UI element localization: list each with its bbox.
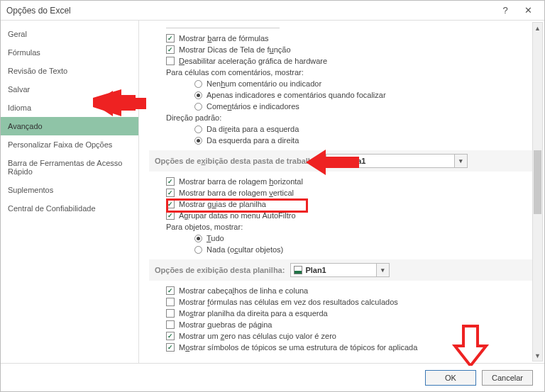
option-sheet-tabs[interactable]: Mostrar guias de planilha [149, 198, 534, 210]
option-autofilter-dates[interactable]: Agrupar datas no menu AutoFiltro [149, 210, 534, 221]
option-label: Comentários e indicadores [207, 102, 299, 111]
category-sidebar: Geral Fórmulas Revisão de Texto Salvar I… [1, 21, 139, 363]
option-objects-all[interactable]: Tudo [149, 233, 534, 244]
radio-icon[interactable] [194, 125, 202, 133]
checkbox-icon[interactable] [166, 34, 175, 43]
option-page-breaks[interactable]: Mostrar quebras de página [149, 319, 534, 330]
option-label: Mostrar barra de rolagem horizontal [179, 177, 303, 186]
sidebar-item-revisao[interactable]: Revisão de Texto [1, 62, 138, 80]
option-comments-none[interactable]: Nenhum comentário ou indicador [149, 78, 534, 89]
section-sheet-display: Opções de exibição desta planilha: Plan1… [149, 259, 534, 281]
options-panel: Mostrar barra de fórmulas Mostrar Dicas … [139, 21, 544, 363]
checkbox-icon[interactable] [166, 298, 175, 306]
option-label: Nada (ocultar objetos) [207, 245, 283, 254]
excel-file-icon: X [329, 157, 338, 165]
chevron-down-icon[interactable]: ▾ [454, 155, 467, 167]
checkbox-icon[interactable] [166, 189, 175, 197]
scroll-down-icon[interactable]: ▼ [533, 350, 542, 361]
option-show-zero[interactable]: Mostrar um zero nas células cujo valor é… [149, 330, 534, 342]
option-label: Mostrar guias de planilha [179, 200, 266, 208]
option-label: Desabilitar aceleração gráfica de hardwa… [179, 57, 327, 65]
option-direction-ltr[interactable]: Da esquerda para a direita [149, 135, 534, 146]
option-sheet-rtl[interactable]: Mostrar planilha da direita para a esque… [149, 308, 534, 319]
cancel-button[interactable]: Cancelar [482, 370, 533, 386]
dropdown-value: Plan1 [294, 266, 331, 274]
option-label: Agrupar datas no menu AutoFiltro [179, 211, 296, 220]
scroll-up-icon[interactable]: ▲ [533, 23, 542, 33]
window-title: Opções do Excel [6, 6, 493, 16]
checkbox-icon[interactable] [166, 286, 175, 295]
option-row-col-headers[interactable]: Mostrar cabeçalhos de linha e coluna [149, 285, 534, 296]
section-label: Opções de exibição desta pasta de trabal… [155, 157, 320, 165]
option-label: Mostrar barra de rolagem vertical [179, 189, 294, 197]
option-label: Da esquerda para a direita [207, 136, 299, 145]
checkbox-icon[interactable] [166, 57, 175, 65]
option-label: Da direita para a esquerda [207, 125, 299, 133]
chevron-down-icon[interactable]: ▾ [376, 264, 389, 276]
vertical-scrollbar[interactable]: ▲ ▼ [532, 22, 543, 362]
sheet-dropdown[interactable]: Plan1 ▾ [290, 263, 390, 277]
checkbox-icon[interactable] [166, 200, 175, 208]
scroll-thumb[interactable] [534, 150, 541, 214]
option-show-formulas[interactable]: Mostrar fórmulas nas células em vez dos … [149, 296, 534, 308]
direction-heading: Direção padrão: [149, 112, 534, 123]
option-comments-hover[interactable]: Apenas indicadores e comentários quando … [149, 89, 534, 101]
radio-icon[interactable] [194, 91, 202, 99]
sidebar-item-faixa[interactable]: Personalizar Faixa de Opções [1, 135, 138, 154]
option-label: Mostrar fórmulas nas células em vez dos … [179, 298, 398, 306]
option-label: Tudo [207, 234, 224, 242]
sidebar-item-salvar[interactable]: Salvar [1, 80, 138, 99]
option-label: Mostrar símbolos de tópicos se uma estru… [179, 343, 417, 352]
sidebar-item-confiabilidade[interactable]: Central de Confiabilidade [1, 199, 138, 218]
option-screen-tips[interactable]: Mostrar Dicas de Tela de função [149, 44, 534, 55]
sidebar-item-avancado[interactable]: Avançado [1, 117, 138, 135]
sidebar-item-formulas[interactable]: Fórmulas [1, 43, 138, 62]
checkbox-icon[interactable] [166, 332, 175, 340]
help-button[interactable]: ? [495, 4, 516, 18]
workbook-dropdown[interactable]: X Pasta1 ▾ [326, 154, 468, 168]
checkbox-icon[interactable] [166, 45, 175, 54]
sidebar-item-geral[interactable]: Geral [1, 25, 138, 43]
option-disable-hw-accel[interactable]: Desabilitar aceleração gráfica de hardwa… [149, 55, 534, 67]
section-workbook-display: Opções de exibição desta pasta de trabal… [149, 150, 534, 172]
dropdown-value: X Pasta1 [329, 157, 371, 165]
comments-heading: Para células com comentários, mostrar: [149, 67, 534, 78]
checkbox-icon[interactable] [166, 343, 175, 352]
close-button[interactable]: ✕ [517, 4, 539, 18]
sheet-icon [294, 266, 302, 274]
checkbox-icon[interactable] [166, 309, 175, 318]
section-label: Opções de exibição desta planilha: [155, 266, 285, 274]
option-h-scroll[interactable]: Mostrar barra de rolagem horizontal [149, 176, 534, 187]
sidebar-item-barra-acesso[interactable]: Barra de Ferramentas de Acesso Rápido [1, 154, 138, 181]
separator [166, 28, 280, 28]
sidebar-item-suplementos[interactable]: Suplementos [1, 181, 138, 199]
titlebar: Opções do Excel ? ✕ [1, 1, 544, 21]
option-comments-all[interactable]: Comentários e indicadores [149, 101, 534, 112]
option-outline-symbols[interactable]: Mostrar símbolos de tópicos se uma estru… [149, 342, 534, 353]
sidebar-item-idioma[interactable]: Idioma [1, 99, 138, 117]
option-label: Nenhum comentário ou indicador [207, 79, 321, 88]
checkbox-icon[interactable] [166, 211, 175, 220]
radio-icon[interactable] [194, 80, 202, 88]
radio-icon[interactable] [194, 235, 202, 242]
option-label: Mostrar Dicas de Tela de função [179, 45, 291, 54]
dialog-footer: OK Cancelar [1, 363, 544, 391]
radio-icon[interactable] [194, 137, 202, 145]
option-direction-rtl[interactable]: Da direita para a esquerda [149, 123, 534, 135]
option-label: Mostrar planilha da direita para a esque… [179, 309, 328, 318]
option-label: Apenas indicadores e comentários quando … [207, 91, 386, 99]
main-area: Geral Fórmulas Revisão de Texto Salvar I… [1, 21, 544, 363]
option-label: Mostrar um zero nas células cujo valor é… [179, 332, 336, 340]
option-formula-bar[interactable]: Mostrar barra de fórmulas [149, 33, 534, 44]
option-objects-none[interactable]: Nada (ocultar objetos) [149, 244, 534, 255]
ok-button[interactable]: OK [425, 370, 476, 386]
objects-heading: Para objetos, mostrar: [149, 221, 534, 233]
option-label: Mostrar quebras de página [179, 320, 272, 329]
radio-icon[interactable] [194, 103, 202, 111]
radio-icon[interactable] [194, 246, 202, 254]
option-v-scroll[interactable]: Mostrar barra de rolagem vertical [149, 187, 534, 198]
checkbox-icon[interactable] [166, 320, 175, 329]
option-label: Mostrar barra de fórmulas [179, 34, 269, 43]
option-label: Mostrar cabeçalhos de linha e coluna [179, 286, 308, 295]
checkbox-icon[interactable] [166, 177, 175, 186]
